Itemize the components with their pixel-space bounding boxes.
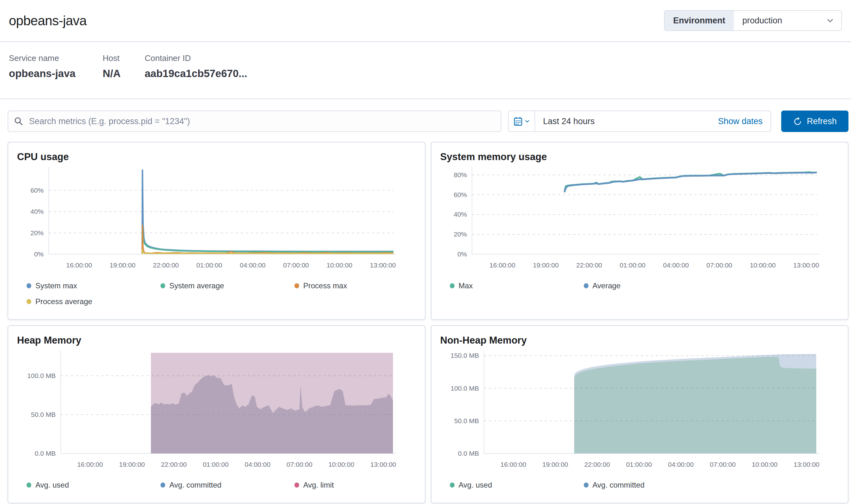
metrics-toolbar: Last 24 hours Show dates Refresh [7, 110, 849, 132]
svg-text:50.0 MB: 50.0 MB [454, 417, 479, 425]
host-label: Host [103, 53, 145, 63]
quick-select-button[interactable] [509, 111, 535, 131]
svg-text:10:00:00: 10:00:00 [329, 461, 354, 468]
legend-item[interactable]: Avg. limit [295, 481, 425, 489]
legend-item[interactable]: Process max [295, 281, 425, 290]
service-name-value: opbeans-java [9, 68, 103, 79]
legend-item[interactable]: System average [160, 281, 295, 290]
legend-dot-icon [450, 283, 455, 288]
svg-text:07:00:00: 07:00:00 [286, 461, 313, 468]
svg-text:01:00:00: 01:00:00 [196, 262, 223, 269]
svg-text:07:00:00: 07:00:00 [710, 461, 736, 468]
legend-dot-icon [160, 483, 165, 488]
svg-text:07:00:00: 07:00:00 [706, 262, 732, 269]
legend-label: Avg. used [459, 481, 492, 489]
container-id-label: Container ID [145, 53, 247, 63]
refresh-button[interactable]: Refresh [781, 110, 849, 132]
legend-label: Average [592, 281, 621, 290]
svg-text:16:00:00: 16:00:00 [66, 262, 92, 269]
legend-label: System max [35, 281, 77, 290]
chart-legend: MaxAverage [450, 281, 839, 290]
svg-text:150.0 MB: 150.0 MB [450, 352, 479, 359]
system-memory-chart[interactable]: 0%20%40%60%80%16:00:0019:00:0022:00:0001… [440, 166, 839, 280]
legend-label: Avg. committed [592, 481, 645, 489]
legend-dot-icon [584, 483, 588, 488]
svg-text:01:00:00: 01:00:00 [203, 461, 229, 468]
legend-label: Process average [35, 297, 92, 306]
environment-select[interactable]: Environment production [664, 10, 842, 31]
search-input[interactable] [7, 110, 501, 132]
svg-text:19:00:00: 19:00:00 [533, 262, 559, 269]
date-picker: Last 24 hours Show dates [508, 110, 771, 132]
svg-text:01:00:00: 01:00:00 [619, 262, 645, 269]
heap-memory-chart[interactable]: 0.0 MB50.0 MB100.0 MB16:00:0019:00:0022:… [17, 350, 416, 479]
legend-item[interactable]: Process average [26, 297, 160, 306]
chart-legend: Avg. usedAvg. committed [450, 481, 839, 489]
legend-item[interactable]: System max [26, 281, 160, 290]
refresh-label: Refresh [807, 116, 837, 126]
cpu-usage-chart[interactable]: 0%20%40%60%16:00:0019:00:0022:00:0001:00… [17, 166, 416, 280]
chevron-down-icon [826, 16, 834, 25]
svg-text:80%: 80% [454, 171, 467, 178]
svg-text:20%: 20% [30, 229, 43, 236]
legend-item[interactable]: Average [584, 281, 718, 290]
legend-label: Avg. limit [303, 481, 334, 489]
chart-legend: System maxSystem averageProcess maxProce… [26, 281, 416, 306]
legend-item[interactable]: Avg. committed [584, 481, 718, 489]
svg-text:22:00:00: 22:00:00 [153, 262, 179, 269]
svg-text:13:00:00: 13:00:00 [370, 262, 396, 269]
svg-text:60%: 60% [30, 187, 43, 194]
svg-text:50.0 MB: 50.0 MB [31, 411, 56, 418]
svg-text:07:00:00: 07:00:00 [283, 262, 309, 269]
chevron-down-icon [525, 119, 530, 124]
svg-text:0%: 0% [457, 250, 466, 258]
legend-dot-icon [584, 283, 588, 288]
host-value: N/A [103, 68, 145, 79]
svg-text:13:00:00: 13:00:00 [793, 262, 819, 269]
charts-grid: CPU usage 0%20%40%60%16:00:0019:00:0022:… [7, 142, 849, 503]
svg-text:19:00:00: 19:00:00 [110, 262, 136, 269]
legend-item[interactable]: Max [450, 281, 584, 290]
svg-text:10:00:00: 10:00:00 [326, 262, 353, 269]
svg-text:20%: 20% [454, 231, 467, 238]
search-box [7, 110, 501, 132]
environment-value: production [742, 16, 782, 25]
svg-text:0.0 MB: 0.0 MB [35, 450, 56, 457]
chart-title: System memory usage [440, 151, 839, 163]
legend-item[interactable]: Avg. used [26, 481, 160, 489]
svg-text:22:00:00: 22:00:00 [161, 461, 187, 468]
time-range-field[interactable]: Last 24 hours Show dates [535, 111, 770, 131]
legend-label: System average [169, 281, 224, 290]
svg-text:04:00:00: 04:00:00 [240, 262, 266, 269]
legend-dot-icon [450, 483, 455, 488]
legend-dot-icon [26, 299, 31, 304]
svg-text:22:00:00: 22:00:00 [584, 461, 610, 468]
chart-legend: Avg. usedAvg. committedAvg. limit [26, 481, 416, 489]
heap-memory-panel: Heap Memory 0.0 MB50.0 MB100.0 MB16:00:0… [7, 325, 425, 503]
svg-text:19:00:00: 19:00:00 [119, 461, 145, 468]
svg-text:19:00:00: 19:00:00 [542, 461, 568, 468]
service-name-label: Service name [9, 53, 103, 63]
svg-text:60%: 60% [454, 191, 467, 198]
environment-label: Environment [664, 11, 734, 30]
legend-label: Max [459, 281, 473, 290]
svg-text:16:00:00: 16:00:00 [500, 461, 526, 468]
legend-dot-icon [26, 283, 31, 288]
svg-text:04:00:00: 04:00:00 [663, 262, 689, 269]
non-heap-memory-chart[interactable]: 0.0 MB50.0 MB100.0 MB150.0 MB16:00:0019:… [440, 350, 839, 479]
legend-dot-icon [295, 283, 299, 288]
svg-text:10:00:00: 10:00:00 [751, 461, 777, 468]
svg-text:0.0 MB: 0.0 MB [458, 450, 479, 457]
chart-title: Heap Memory [17, 335, 416, 346]
svg-text:0%: 0% [34, 250, 43, 258]
svg-text:40%: 40% [454, 211, 467, 218]
svg-text:22:00:00: 22:00:00 [576, 262, 602, 269]
service-metadata-bar: Service name opbeans-java Host N/A Conta… [0, 42, 851, 99]
legend-item[interactable]: Avg. committed [160, 481, 295, 489]
system-memory-panel: System memory usage 0%20%40%60%80%16:00:… [431, 142, 849, 320]
legend-label: Avg. committed [169, 481, 221, 489]
show-dates-link[interactable]: Show dates [718, 116, 763, 126]
legend-item[interactable]: Avg. used [450, 481, 584, 489]
refresh-icon [793, 116, 802, 126]
legend-dot-icon [295, 483, 299, 488]
